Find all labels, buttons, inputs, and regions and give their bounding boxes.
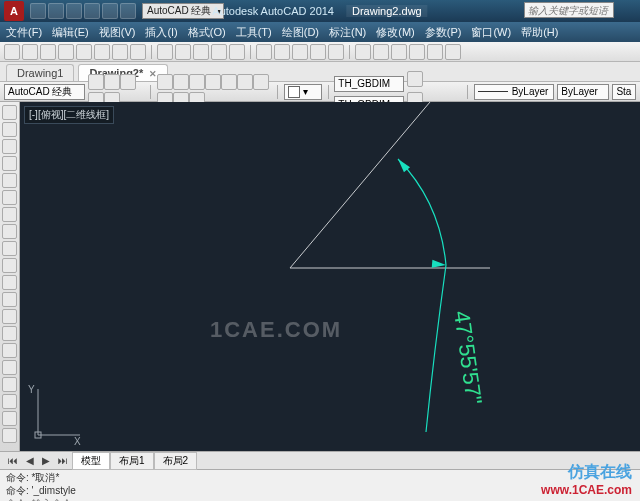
zoom-icon[interactable] (328, 44, 344, 60)
polygon-icon[interactable] (2, 156, 17, 171)
circle-icon[interactable] (2, 207, 17, 222)
menu-绘图[interactable]: 绘图(D) (282, 25, 319, 40)
drawing-canvas[interactable]: [-][俯视][二维线框] 47°55'57" 1CAE.COM Y X (20, 102, 640, 451)
new-icon[interactable] (4, 44, 20, 60)
preview-icon[interactable] (94, 44, 110, 60)
dimstyle-dropdown[interactable]: TH_GBDIM (334, 76, 404, 92)
layout-nav-icon[interactable]: ⏭ (54, 455, 72, 466)
sheet-icon[interactable] (409, 44, 425, 60)
undo-icon[interactable] (229, 44, 245, 60)
tpalette-icon[interactable] (391, 44, 407, 60)
layer-dropdown[interactable]: AutoCAD 经典 (4, 84, 85, 100)
svg-line-0 (290, 102, 430, 268)
dimstyle-icon[interactable] (407, 71, 423, 87)
lineweight-dropdown[interactable]: ByLayer (557, 84, 609, 100)
layout-nav-icon[interactable]: ⏮ (4, 455, 22, 466)
copy-icon[interactable] (175, 44, 191, 60)
rect-icon[interactable] (2, 173, 17, 188)
hatch-icon[interactable] (2, 343, 17, 358)
calc-icon[interactable] (445, 44, 461, 60)
save-icon[interactable] (40, 44, 56, 60)
linetype-dropdown[interactable]: ByLayer (474, 84, 555, 100)
grad-icon[interactable] (2, 360, 17, 375)
line-icon[interactable] (2, 105, 17, 120)
layout-nav-icon[interactable]: ▶ (38, 455, 54, 466)
pline-icon[interactable] (2, 139, 17, 154)
open-icon[interactable] (22, 44, 38, 60)
dsettings-icon[interactable] (373, 44, 389, 60)
point-icon[interactable] (2, 326, 17, 341)
layerfreeze-icon[interactable] (104, 74, 120, 90)
3d-icon[interactable] (130, 44, 146, 60)
publish-icon[interactable] (112, 44, 128, 60)
addsel-icon[interactable] (2, 428, 17, 443)
zoomwin-icon[interactable] (292, 44, 308, 60)
color-dropdown[interactable]: ▾ (284, 84, 322, 100)
menu-参数[interactable]: 参数(P) (425, 25, 462, 40)
menu-格式[interactable]: 格式(O) (188, 25, 226, 40)
revcloud-icon[interactable] (2, 224, 17, 239)
menu-标注[interactable]: 标注(N) (329, 25, 366, 40)
paste-icon[interactable] (193, 44, 209, 60)
open-icon[interactable] (48, 3, 64, 19)
circle-icon[interactable] (189, 74, 205, 90)
menu-修改[interactable]: 修改(M) (376, 25, 415, 40)
annoscale-dropdown[interactable]: Sta (612, 84, 636, 100)
zoomprev-icon[interactable] (310, 44, 326, 60)
menu-工具[interactable]: 工具(T) (236, 25, 272, 40)
redo-icon[interactable] (256, 44, 272, 60)
table-icon[interactable] (2, 394, 17, 409)
spline-icon[interactable] (2, 241, 17, 256)
insert-icon[interactable] (2, 292, 17, 307)
line-icon[interactable] (157, 74, 173, 90)
props-icon[interactable] (355, 44, 371, 60)
redo-icon[interactable] (102, 3, 118, 19)
cut-icon[interactable] (157, 44, 173, 60)
keyword-search-input[interactable] (524, 2, 614, 18)
layer-style-toolbar: AutoCAD 经典 ▾ TH_GBDIMTH_GBDIM ByLayer By… (0, 82, 640, 102)
layeriso-icon[interactable] (88, 74, 104, 90)
menu-插入[interactable]: 插入(I) (145, 25, 177, 40)
saveas-icon[interactable] (58, 44, 74, 60)
standard-toolbar (0, 42, 640, 62)
layermgr-icon[interactable] (120, 74, 136, 90)
pan-icon[interactable] (274, 44, 290, 60)
layout-tab[interactable]: 模型 (72, 452, 110, 470)
close-icon[interactable]: ✕ (149, 69, 157, 79)
mtext-icon[interactable] (2, 411, 17, 426)
separator (467, 85, 468, 99)
drawing-svg: 47°55'57" (20, 102, 640, 451)
layout-tab[interactable]: 布局1 (110, 452, 154, 470)
save-icon[interactable] (66, 3, 82, 19)
menu-视图[interactable]: 视图(V) (99, 25, 136, 40)
app-logo-icon[interactable]: A (4, 1, 24, 21)
pline-icon[interactable] (173, 74, 189, 90)
hatch-icon[interactable] (237, 74, 253, 90)
menu-帮助[interactable]: 帮助(H) (521, 25, 558, 40)
xline-icon[interactable] (2, 122, 17, 137)
separator (328, 85, 329, 99)
arc-icon[interactable] (2, 190, 17, 205)
layout-nav-icon[interactable]: ◀ (22, 455, 38, 466)
markup-icon[interactable] (427, 44, 443, 60)
layout-tab[interactable]: 布局2 (154, 452, 198, 470)
block-icon[interactable] (2, 309, 17, 324)
plot-icon[interactable] (76, 44, 92, 60)
menu-文件[interactable]: 文件(F) (6, 25, 42, 40)
separator (250, 45, 251, 59)
doc-tab[interactable]: Drawing1 (6, 64, 74, 81)
text-icon[interactable] (253, 74, 269, 90)
print-icon[interactable] (120, 3, 136, 19)
region-icon[interactable] (2, 377, 17, 392)
ellipse-icon[interactable] (2, 258, 17, 273)
command-window[interactable]: 命令: *取消* 命令: '_dimstyle (0, 469, 640, 501)
menu-窗口[interactable]: 窗口(W) (471, 25, 511, 40)
new-icon[interactable] (30, 3, 46, 19)
rect-icon[interactable] (221, 74, 237, 90)
separator (151, 45, 152, 59)
undo-icon[interactable] (84, 3, 100, 19)
arc-icon[interactable] (205, 74, 221, 90)
menu-编辑[interactable]: 编辑(E) (52, 25, 89, 40)
earc-icon[interactable] (2, 275, 17, 290)
match-icon[interactable] (211, 44, 227, 60)
